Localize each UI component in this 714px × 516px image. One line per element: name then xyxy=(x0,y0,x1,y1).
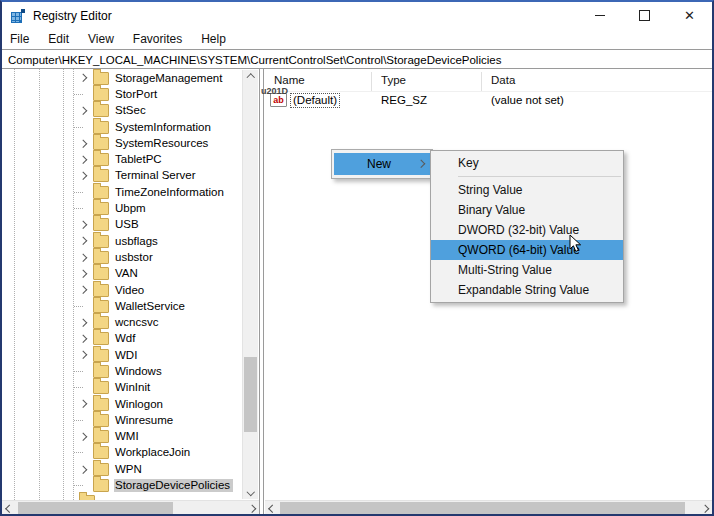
address-input[interactable] xyxy=(2,51,712,69)
submenu-item-qword-64-bit-value[interactable]: QWORD (64-bit) Value xyxy=(431,240,623,260)
close-button[interactable]: ✕ xyxy=(667,2,712,29)
tree-item-storagedevicepolicies[interactable]: StorageDevicePolicies xyxy=(2,477,242,493)
tree-item-usbflags[interactable]: usbflags xyxy=(2,233,242,249)
expand-chevron-icon[interactable] xyxy=(80,371,93,372)
expand-chevron-icon[interactable] xyxy=(80,320,93,326)
tree-horizontal-scrollbar[interactable] xyxy=(2,500,259,516)
tree-item-usb[interactable]: USB xyxy=(2,217,242,233)
tree-item-wdf[interactable]: Wdf xyxy=(2,331,242,347)
tree-item-label: Winresume xyxy=(114,414,176,427)
tree-item-ubpm[interactable]: Ubpm xyxy=(2,200,242,216)
expand-chevron-icon[interactable] xyxy=(80,387,93,388)
expand-chevron-icon[interactable] xyxy=(80,157,93,163)
scroll-up-button[interactable] xyxy=(243,70,258,85)
tree-item-video[interactable]: Video xyxy=(2,282,242,298)
tree-item-storagemanagement[interactable]: StorageManagement xyxy=(2,70,242,86)
tree-item-usbstor[interactable]: usbstor xyxy=(2,249,242,265)
values-hscroll-thumb[interactable] xyxy=(280,502,685,515)
maximize-button[interactable] xyxy=(622,2,667,29)
window-title: Registry Editor xyxy=(33,9,112,23)
menu-bar-item-help[interactable]: Help xyxy=(201,32,226,46)
value-row[interactable]: ab(Default) REG_SZ (value not set) xyxy=(265,91,712,109)
folder-icon xyxy=(93,104,109,117)
tree-item-label: TimeZoneInformation xyxy=(114,186,227,199)
submenu-item-dword-32-bit-value[interactable]: DWORD (32-bit) Value xyxy=(431,220,623,240)
tree-item-wcncsvc[interactable]: wcncsvc xyxy=(2,314,242,330)
expand-chevron-icon[interactable] xyxy=(80,271,93,277)
expand-chevron-icon[interactable] xyxy=(80,94,93,95)
expand-chevron-icon[interactable] xyxy=(80,336,93,342)
expand-chevron-icon[interactable] xyxy=(80,173,93,179)
tree-item-terminal-server[interactable]: Terminal Server xyxy=(2,168,242,184)
tree-item-windows[interactable]: Windows xyxy=(2,363,242,379)
expand-chevron-icon[interactable] xyxy=(80,306,93,307)
expand-chevron-icon[interactable] xyxy=(80,485,93,486)
submenu-item-multi-string-value[interactable]: Multi-String Value xyxy=(431,260,623,280)
submenu-item-expandable-string-value[interactable]: Expandable String Value xyxy=(431,280,623,300)
menu-bar-item-file[interactable]: File xyxy=(10,32,29,46)
expand-chevron-icon[interactable] xyxy=(80,352,93,358)
expand-chevron-icon[interactable] xyxy=(80,420,93,421)
expand-chevron-icon[interactable] xyxy=(80,192,93,193)
pane-splitter[interactable] xyxy=(259,69,264,514)
tree-item-wdi[interactable]: WDI xyxy=(2,347,242,363)
tree-item-wmi[interactable]: WMI xyxy=(2,429,242,445)
column-header-data[interactable]: Data xyxy=(482,72,712,91)
expand-chevron-icon[interactable] xyxy=(80,434,93,440)
tree-item-wininit[interactable]: WinInit xyxy=(2,380,242,396)
tree-item-label: VAN xyxy=(114,267,141,280)
title-bar[interactable]: Registry Editor ✕ xyxy=(2,2,712,29)
column-header-type[interactable]: Type xyxy=(372,72,482,91)
scroll-right-button[interactable] xyxy=(244,501,259,516)
folder-icon xyxy=(93,430,109,443)
tree-item-stsec[interactable]: StSec xyxy=(2,103,242,119)
expand-chevron-icon[interactable] xyxy=(80,208,93,209)
values-horizontal-scrollbar[interactable] xyxy=(265,500,712,516)
tree-item-winresume[interactable]: Winresume xyxy=(2,412,242,428)
submenu-item-key[interactable]: Key xyxy=(431,153,623,173)
tree-item-tabletpc[interactable]: TabletPC xyxy=(2,151,242,167)
folder-icon xyxy=(93,463,109,476)
tree-vertical-scrollbar[interactable] xyxy=(242,70,258,499)
expand-chevron-icon[interactable] xyxy=(80,141,93,147)
tree-item-wpn[interactable]: WPN xyxy=(2,461,242,477)
chevron-down-icon xyxy=(247,488,255,496)
tree-item-van[interactable]: VAN xyxy=(2,266,242,282)
scroll-down-button[interactable] xyxy=(243,484,258,499)
expand-chevron-icon[interactable] xyxy=(80,287,93,293)
expand-chevron-icon[interactable] xyxy=(80,467,93,473)
expand-chevron-icon[interactable] xyxy=(80,222,93,228)
submenu-item-binary-value[interactable]: Binary Value xyxy=(431,200,623,220)
tree-hscroll-thumb[interactable] xyxy=(18,502,173,515)
expand-chevron-icon[interactable] xyxy=(80,452,93,453)
menu-bar-item-view[interactable]: View xyxy=(88,32,114,46)
expand-chevron-icon[interactable] xyxy=(80,255,93,261)
expand-chevron-icon[interactable] xyxy=(80,127,93,128)
context-menu-item-new[interactable]: New xyxy=(334,153,430,175)
scroll-right-button[interactable] xyxy=(697,501,712,516)
menu-bar-item-edit[interactable]: Edit xyxy=(48,32,69,46)
tree-item-walletservice[interactable]: WalletService xyxy=(2,298,242,314)
folder-icon xyxy=(93,186,109,199)
tree-item-storport[interactable]: StorPort xyxy=(2,86,242,102)
chevron-right-icon xyxy=(701,505,709,513)
submenu-item-string-value[interactable]: String Value xyxy=(431,180,623,200)
registry-editor-window: Registry Editor ✕ FileEditViewFavoritesH… xyxy=(0,0,714,516)
tree-item-systemresources[interactable]: SystemResources xyxy=(2,135,242,151)
tree-item-timezoneinformation[interactable]: TimeZoneInformation xyxy=(2,184,242,200)
tree-item-systeminformation[interactable]: SystemInformation xyxy=(2,119,242,135)
scroll-left-button[interactable] xyxy=(265,501,280,516)
menu-bar-item-favorites[interactable]: Favorites xyxy=(133,32,182,46)
tree-item-winlogon[interactable]: Winlogon xyxy=(2,396,242,412)
scroll-left-button[interactable] xyxy=(2,501,17,516)
expand-chevron-icon[interactable] xyxy=(80,238,93,244)
minimize-button[interactable] xyxy=(577,2,622,29)
registry-tree-pane: StorageManagement StorPort StSec SystemI… xyxy=(2,69,259,500)
expand-chevron-icon[interactable] xyxy=(80,75,93,81)
expand-chevron-icon[interactable] xyxy=(80,108,93,114)
expand-chevron-icon[interactable] xyxy=(80,401,93,407)
tree-item-workplacejoin[interactable]: WorkplaceJoin xyxy=(2,445,242,461)
tree-item-label: WorkplaceJoin xyxy=(114,446,193,459)
tree-item-label: TabletPC xyxy=(114,153,165,166)
tree-vscroll-thumb[interactable] xyxy=(244,357,257,432)
